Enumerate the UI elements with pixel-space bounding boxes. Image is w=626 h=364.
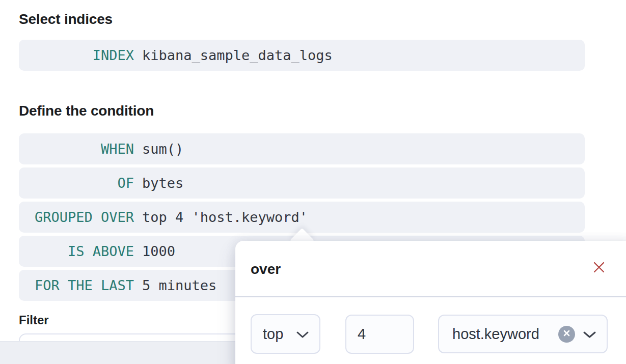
expression-keyword: IS ABOVE [19,243,134,259]
close-icon [593,261,605,275]
clear-selection-button[interactable] [558,326,575,343]
define-condition-heading: Define the condition [19,103,154,119]
close-button[interactable] [591,260,607,275]
chevron-down-icon [583,326,596,343]
expression-value: 5 minutes [142,277,216,293]
expression-index[interactable]: INDEX kibana_sample_data_logs [19,40,585,71]
circle-x-icon [563,329,570,339]
expression-keyword: INDEX [19,47,134,63]
expression-value: top 4 'host.keyword' [142,209,308,225]
over-popover: over top [235,241,626,364]
group-size-input[interactable] [346,316,413,353]
expression-value: kibana_sample_data_logs [142,47,333,63]
popover-header: over [235,241,626,296]
filter-label: Filter [19,313,49,327]
expression-keyword: FOR THE LAST [19,277,134,293]
expression-grouped-over[interactable]: GROUPED OVER top 4 'host.keyword' [19,202,585,233]
chevron-down-icon [296,326,309,343]
expression-of[interactable]: OF bytes [19,167,585,199]
select-indices-heading: Select indices [19,11,113,27]
popover-controls: top host.keyword [251,314,608,354]
field-combobox-value: host.keyword [452,326,539,343]
group-by-value: top [263,326,283,343]
popover-divider [235,296,626,297]
rule-condition-panel: Select indices INDEX kibana_sample_data_… [0,0,626,364]
popover-title: over [251,261,281,277]
expression-keyword: WHEN [19,141,134,157]
group-by-select[interactable]: top [251,314,320,354]
expression-when[interactable]: WHEN sum() [19,133,585,164]
group-size-field [345,315,414,354]
field-combobox[interactable]: host.keyword [438,315,608,353]
expression-value: sum() [142,141,183,157]
expression-value: 1000 [142,243,175,259]
expression-value: bytes [142,175,183,191]
expression-keyword: OF [19,175,134,191]
expression-keyword: GROUPED OVER [19,209,134,225]
